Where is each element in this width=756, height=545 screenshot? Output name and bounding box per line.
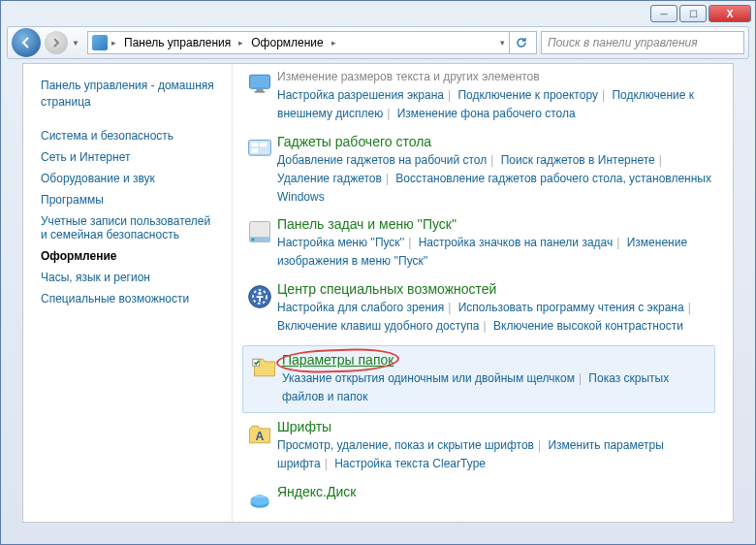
control-panel-icon: [92, 35, 108, 50]
svg-point-12: [258, 291, 262, 295]
content-area: Панель управления - домашняя страница Си…: [22, 63, 734, 523]
category-taskbar[interactable]: Панель задач и меню ''Пуск'': [277, 216, 457, 232]
link-delete-gadgets[interactable]: Удаление гаджетов: [277, 172, 382, 185]
control-panel-home-link[interactable]: Панель управления - домашняя страница: [41, 78, 218, 111]
breadcrumb[interactable]: Оформление: [247, 36, 327, 49]
link-click-behavior[interactable]: Указание открытия одиночным или двойным …: [282, 371, 575, 385]
svg-rect-1: [257, 89, 264, 91]
link-resolution[interactable]: Настройка разрешения экрана: [277, 88, 444, 102]
ease-of-access-icon: [242, 281, 277, 336]
chevron-right-icon: ▸: [110, 38, 118, 48]
titlebar: ─ ☐ X: [1, 1, 755, 26]
dropdown-icon[interactable]: ▾: [498, 38, 507, 48]
link-cleartype[interactable]: Настройка текста ClearType: [334, 457, 486, 470]
category-gadgets[interactable]: Гаджеты рабочего стола: [277, 134, 431, 149]
sidebar-item-programs[interactable]: Программы: [41, 190, 218, 209]
category-fonts[interactable]: Шрифты: [277, 419, 331, 434]
yandex-disk-icon: [242, 484, 277, 513]
category-folder-options[interactable]: Параметры папок: [282, 352, 394, 368]
close-button[interactable]: X: [709, 5, 751, 22]
link-high-contrast[interactable]: Включение высокой контрастности: [493, 319, 683, 333]
chevron-right-icon: ▸: [236, 38, 245, 48]
sidebar-item-hardware[interactable]: Оборудование и звук: [41, 169, 218, 188]
svg-rect-4: [251, 143, 258, 146]
link-projector[interactable]: Подключение к проектору: [457, 88, 598, 102]
sidebar-item-ease[interactable]: Специальные возможности: [41, 289, 218, 308]
link-view-fonts[interactable]: Просмотр, удаление, показ и скрытие шриф…: [277, 438, 534, 452]
display-icon: [242, 68, 277, 124]
category-highlighted: Параметры папок Указание открытия одиноч…: [242, 345, 715, 413]
sidebar-item-system[interactable]: Система и безопасность: [41, 126, 218, 145]
chevron-right-icon: ▸: [330, 38, 338, 48]
search-input[interactable]: Поиск в панели управления: [541, 31, 744, 54]
link-ease-keys[interactable]: Включение клавиш удобного доступа: [277, 319, 480, 333]
fonts-icon: A: [242, 419, 277, 473]
taskbar-icon: [242, 216, 277, 271]
main-panel: Изменение размеров текста и других элеме…: [233, 64, 733, 522]
link-start-menu[interactable]: Настройка меню ''Пуск'': [277, 236, 404, 249]
category-ease-of-access[interactable]: Центр специальных возможностей: [277, 281, 496, 297]
svg-text:A: A: [256, 430, 265, 443]
link-screen-reader[interactable]: Использовать программу чтения с экрана: [458, 301, 684, 314]
link-find-gadgets[interactable]: Поиск гаджетов в Интернете: [501, 153, 655, 167]
link-taskbar-icons[interactable]: Настройка значков на панели задач: [419, 236, 614, 249]
sidebar: Панель управления - домашняя страница Си…: [23, 64, 233, 522]
history-dropdown[interactable]: ▼: [72, 39, 83, 48]
back-button[interactable]: [12, 28, 41, 57]
maximize-button[interactable]: ☐: [679, 5, 707, 22]
svg-rect-0: [250, 75, 270, 88]
gadgets-icon: [242, 134, 277, 208]
svg-rect-2: [255, 91, 266, 93]
address-bar[interactable]: ▸ Панель управления ▸ Оформление ▸ ▾: [87, 31, 537, 54]
folder-options-icon: [247, 352, 282, 406]
category-yandex-disk[interactable]: Яндекс.Диск: [277, 484, 356, 499]
svg-rect-5: [260, 143, 267, 146]
link-low-vision[interactable]: Настройка для слабого зрения: [277, 301, 444, 314]
sidebar-item-clock[interactable]: Часы, язык и регион: [41, 268, 218, 287]
minimize-button[interactable]: ─: [650, 5, 677, 22]
forward-button[interactable]: [45, 31, 68, 54]
sidebar-item-appearance[interactable]: Оформление: [41, 246, 218, 266]
svg-point-9: [251, 238, 255, 241]
svg-rect-3: [249, 140, 271, 155]
breadcrumb[interactable]: Панель управления: [120, 36, 235, 49]
sidebar-item-network[interactable]: Сеть и Интернет: [41, 147, 218, 167]
window: ─ ☐ X ▼ ▸ Панель управления ▸ Оформление…: [0, 0, 756, 545]
search-placeholder: Поиск в панели управления: [548, 36, 698, 49]
partial-text: Изменение размеров текста и других элеме…: [277, 68, 715, 86]
link-add-gadgets[interactable]: Добавление гаджетов на рабочий стол: [277, 153, 487, 167]
link-desktop-background[interactable]: Изменение фона рабочего стола: [397, 107, 576, 120]
svg-rect-6: [251, 148, 258, 152]
sidebar-item-users[interactable]: Учетные записи пользователей и семейная …: [41, 211, 218, 244]
toolbar: ▼ ▸ Панель управления ▸ Оформление ▸ ▾ П…: [7, 26, 749, 59]
refresh-button[interactable]: [509, 31, 532, 54]
